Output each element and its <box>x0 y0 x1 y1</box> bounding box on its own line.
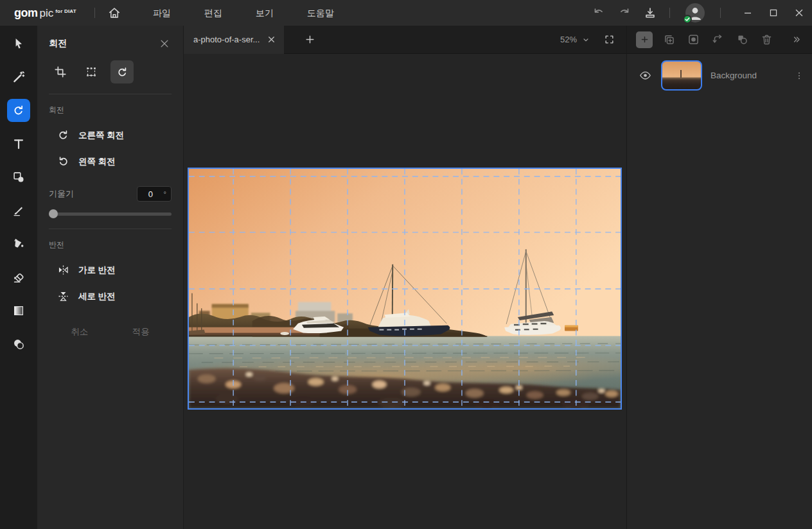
export-button[interactable] <box>637 0 663 26</box>
layer-visibility-button[interactable] <box>637 68 653 83</box>
rotate-right-icon <box>57 128 70 142</box>
section-divider <box>49 94 172 94</box>
panel-close-button[interactable] <box>157 37 172 51</box>
logo-pic: pic <box>40 7 54 20</box>
rotation-section-label: 회전 <box>49 105 172 116</box>
panel-header: 회전 <box>49 37 172 51</box>
transform-mode-row <box>49 60 172 83</box>
flip-vertical-button[interactable]: 세로 반전 <box>49 290 172 303</box>
tilt-slider[interactable] <box>49 209 172 218</box>
layer-menu-button[interactable] <box>793 68 806 83</box>
rotate-icon <box>116 65 129 79</box>
tilt-slider-track[interactable] <box>49 212 172 216</box>
tilt-unit: ° <box>164 190 171 198</box>
chevron-down-icon[interactable] <box>582 36 590 44</box>
maximize-icon <box>767 6 780 19</box>
close-window-button[interactable] <box>786 0 812 26</box>
apply-button[interactable]: 적용 <box>110 322 172 342</box>
titlebar: gom pic for DIAT 파일 편집 보기 도움말 <box>0 0 812 26</box>
document-tab-active[interactable]: a-photo-of-a-ser... <box>184 26 284 54</box>
panel-footer: 취소 적용 <box>49 322 172 342</box>
layer-row-background[interactable]: Background <box>627 54 812 91</box>
mask-icon <box>687 33 700 46</box>
panel-title: 회전 <box>49 38 67 49</box>
crop-mode-button[interactable] <box>49 60 72 83</box>
rotate-left-icon <box>57 155 70 168</box>
tab-close-button[interactable] <box>267 35 276 44</box>
magic-wand-icon <box>12 70 26 84</box>
fullscreen-button[interactable] <box>604 34 615 45</box>
magic-wand-tool-button[interactable] <box>7 65 30 89</box>
flip-section-label: 반전 <box>49 239 172 250</box>
flip-horizontal-icon <box>57 263 70 277</box>
app-window: gom pic for DIAT 파일 편집 보기 도움말 <box>0 0 812 529</box>
grid-overlay <box>189 169 621 408</box>
user-avatar[interactable] <box>685 3 705 22</box>
menu-file[interactable]: 파일 <box>136 0 188 26</box>
mask-layer-button[interactable] <box>685 31 702 48</box>
logo-gom: gom <box>14 6 38 20</box>
titlebar-divider <box>720 8 721 18</box>
zoom-level[interactable]: 52% <box>560 35 577 44</box>
flip-vertical-label: 세로 반전 <box>78 291 116 302</box>
layers-toolbar <box>627 26 812 54</box>
menu-help[interactable]: 도움말 <box>290 0 351 26</box>
shape-tool-button[interactable] <box>7 166 30 189</box>
color-mix-tool-button[interactable] <box>7 333 30 356</box>
tilt-row: 기울기 0 ° <box>49 186 172 202</box>
flip-vertical-icon <box>57 290 70 303</box>
tilt-slider-handle[interactable] <box>49 209 58 218</box>
brush-tool-button[interactable] <box>7 199 30 222</box>
rotate-icon <box>12 103 26 117</box>
titlebar-divider <box>669 8 670 18</box>
collapse-panel-button[interactable] <box>788 31 804 48</box>
tool-rail <box>0 26 37 529</box>
titlebar-right <box>586 0 812 26</box>
tab-label: a-photo-of-a-ser... <box>193 35 260 44</box>
cancel-button[interactable]: 취소 <box>49 322 110 342</box>
undo-button[interactable] <box>586 0 612 26</box>
delete-layer-button[interactable] <box>758 31 775 48</box>
layer-name: Background <box>710 71 784 80</box>
cursor-icon <box>12 37 26 51</box>
tilt-input[interactable]: 0 ° <box>137 186 172 202</box>
duplicate-layer-button[interactable] <box>660 31 677 48</box>
gradient-tool-button[interactable] <box>7 299 30 322</box>
chevrons-right-icon <box>791 34 802 45</box>
home-button[interactable] <box>102 0 127 26</box>
shape-icon <box>12 170 26 184</box>
maximize-button[interactable] <box>761 0 786 26</box>
image-canvas[interactable] <box>188 168 622 410</box>
new-tab-button[interactable] <box>298 26 321 54</box>
minimize-button[interactable] <box>735 0 761 26</box>
transform-layer-button[interactable] <box>709 31 726 48</box>
app-logo: gom pic for DIAT <box>14 6 76 20</box>
fullscreen-icon <box>604 34 615 45</box>
layer-thumbnail[interactable] <box>661 60 702 91</box>
rotate-right-label: 오른쪽 회전 <box>78 130 124 141</box>
merge-layer-button[interactable] <box>734 31 750 48</box>
section-divider <box>49 229 172 229</box>
rotate-mode-button[interactable] <box>110 60 134 83</box>
redo-button[interactable] <box>612 0 637 26</box>
select-tool-button[interactable] <box>7 32 30 55</box>
resize-selection-icon <box>84 65 98 79</box>
fill-tool-button[interactable] <box>7 232 30 256</box>
add-layer-button[interactable] <box>636 31 653 48</box>
menu-view[interactable]: 보기 <box>239 0 290 26</box>
color-circles-icon <box>12 337 26 351</box>
eraser-tool-button[interactable] <box>7 266 30 289</box>
resize-mode-button[interactable] <box>80 60 103 83</box>
flip-horizontal-button[interactable]: 가로 반전 <box>49 263 172 277</box>
download-icon <box>643 6 657 20</box>
document-tabbar: a-photo-of-a-ser... 52% <box>184 26 626 54</box>
rotate-tool-button[interactable] <box>7 99 30 122</box>
tilt-label: 기울기 <box>49 188 74 200</box>
tilt-value: 0 <box>137 189 164 199</box>
brush-icon <box>12 204 26 218</box>
text-tool-button[interactable] <box>7 132 30 155</box>
home-icon <box>107 6 121 20</box>
rotate-right-button[interactable]: 오른쪽 회전 <box>49 128 172 142</box>
menu-edit[interactable]: 편집 <box>188 0 239 26</box>
rotate-left-button[interactable]: 왼쪽 회전 <box>49 155 172 168</box>
